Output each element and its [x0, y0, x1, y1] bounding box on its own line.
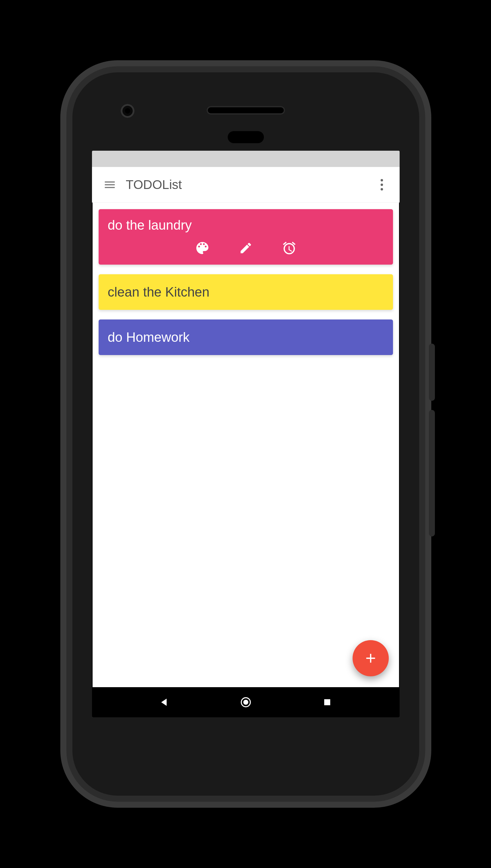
proximity-slot [228, 131, 264, 143]
task-card[interactable]: do the laundry [98, 209, 393, 265]
pencil-icon [239, 241, 253, 255]
edit-button[interactable] [238, 240, 254, 256]
task-card[interactable]: do Homework [98, 319, 393, 355]
app-title: TODOList [126, 178, 182, 192]
svg-point-5 [381, 188, 383, 190]
overflow-icon [380, 178, 383, 191]
system-nav-bar [92, 687, 400, 717]
recents-button[interactable] [318, 693, 336, 711]
color-button[interactable] [194, 240, 210, 256]
svg-rect-0 [105, 181, 115, 183]
hamburger-icon [103, 178, 116, 191]
palette-icon [195, 241, 210, 255]
menu-button[interactable] [99, 174, 120, 195]
volume-rocker[interactable] [429, 410, 435, 536]
speaker-slot [207, 106, 285, 115]
square-recents-icon [323, 698, 332, 707]
alarm-icon [282, 241, 297, 255]
svg-point-3 [381, 179, 383, 181]
power-button[interactable] [429, 344, 435, 401]
task-list: do the laundry [92, 203, 400, 687]
triangle-back-icon [159, 697, 170, 708]
task-actions [98, 239, 393, 265]
app-bar: TODOList [92, 167, 400, 203]
add-task-fab[interactable] [352, 640, 389, 676]
overflow-button[interactable] [371, 174, 393, 195]
phone-frame: TODOList do the laundry [73, 72, 419, 796]
task-label: do the laundry [98, 209, 393, 239]
plus-icon [363, 651, 378, 666]
back-button[interactable] [155, 693, 173, 711]
task-card[interactable]: clean the Kitchen [98, 274, 393, 310]
task-label: clean the Kitchen [98, 274, 393, 310]
svg-rect-2 [105, 187, 115, 188]
camera-dot [121, 104, 135, 118]
svg-rect-10 [324, 699, 330, 705]
svg-rect-1 [105, 184, 115, 185]
reminder-button[interactable] [281, 240, 297, 256]
task-label: do Homework [98, 319, 393, 355]
svg-point-4 [381, 184, 383, 186]
screen: TODOList do the laundry [92, 151, 400, 717]
circle-home-icon [240, 696, 252, 708]
svg-point-9 [243, 700, 249, 705]
status-bar [92, 151, 400, 167]
home-button[interactable] [237, 693, 255, 711]
